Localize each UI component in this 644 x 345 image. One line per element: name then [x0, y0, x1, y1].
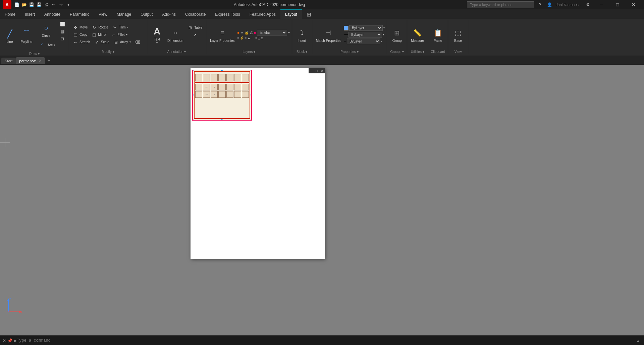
- cmd-close-icon[interactable]: ✕: [3, 338, 6, 343]
- layer-dropdown[interactable]: janelas: [257, 30, 287, 36]
- gradient-button[interactable]: ⊡: [58, 36, 67, 42]
- color-dropdown[interactable]: ByLayer: [349, 25, 383, 31]
- canvas-area[interactable]: m² n m² n: [0, 65, 644, 335]
- tab-collaborate[interactable]: Collaborate: [180, 9, 210, 19]
- rotate-button[interactable]: ↻ Rotate: [90, 24, 110, 31]
- tab-featuredapps[interactable]: Featured Apps: [245, 9, 280, 19]
- tab-insert[interactable]: Insert: [20, 9, 40, 19]
- stretch-button[interactable]: ↔ Stretch: [71, 39, 92, 46]
- tab-manage[interactable]: Manage: [112, 9, 136, 19]
- rect-button[interactable]: ⬜: [58, 21, 67, 27]
- linetype-dropdown-arrow[interactable]: ▾: [383, 33, 384, 36]
- tab-output[interactable]: Output: [136, 9, 157, 19]
- doc-tab-pormenor[interactable]: pormenor* ✕: [16, 57, 45, 64]
- dimension-button[interactable]: ↔ Dimension: [166, 24, 185, 45]
- tab-addins[interactable]: Add-ins: [157, 9, 180, 19]
- dimension-icon: ↔: [169, 27, 181, 39]
- paper-minimize-btn[interactable]: ─: [309, 68, 314, 73]
- table-button[interactable]: ⊞ Table: [186, 24, 204, 31]
- lineweight-dropdown-arrow[interactable]: ▾: [381, 40, 382, 43]
- fillet-dropdown[interactable]: ▾: [126, 33, 127, 36]
- erase-button[interactable]: ⌫: [133, 39, 142, 46]
- tab-parametric[interactable]: Parametric: [65, 9, 94, 19]
- lineweight-dropdown[interactable]: ByLayer: [347, 39, 380, 44]
- new-button[interactable]: 📄: [13, 1, 20, 8]
- new-tab-button[interactable]: +: [45, 56, 53, 64]
- base-button[interactable]: ⬚ Base: [450, 26, 466, 44]
- array-button[interactable]: ⊞ Array ▾: [112, 39, 132, 46]
- save-button[interactable]: 💾: [28, 1, 35, 8]
- command-input[interactable]: [17, 338, 635, 343]
- arc-label: Arc: [48, 43, 53, 47]
- text-dropdown[interactable]: ▾: [156, 41, 158, 44]
- cmd-controls: ✕ 📌 ▶: [3, 338, 17, 343]
- arc-button[interactable]: ◜ Arc ▾: [36, 39, 57, 51]
- open-button[interactable]: 📂: [21, 1, 28, 8]
- mleader-button[interactable]: ↗: [186, 32, 204, 39]
- copy-button[interactable]: ❑ Copy: [71, 31, 89, 38]
- viewport-handle-bl[interactable]: [192, 119, 194, 121]
- group-icon: ⊞: [391, 27, 403, 39]
- undo-button[interactable]: ↩: [50, 1, 57, 8]
- tab-expresstools[interactable]: Express Tools: [210, 9, 245, 19]
- tab-layout[interactable]: Layout: [280, 9, 302, 19]
- scale-button[interactable]: ⤢ Scale: [93, 39, 111, 46]
- redo-button[interactable]: ↪: [58, 1, 64, 8]
- match-properties-button[interactable]: ⊣ Match Properties: [314, 26, 343, 44]
- trim-button[interactable]: ✂ Trim ▾: [111, 24, 130, 31]
- drawing-viewport[interactable]: m² n m² n: [192, 70, 252, 121]
- tab-extra[interactable]: ⊞: [302, 9, 316, 19]
- layer-dropdown-arrow[interactable]: ▾: [288, 31, 290, 34]
- array-dropdown[interactable]: ▾: [129, 41, 131, 44]
- layer-panel: ■ ☀ 🔓 🖨 ■ janelas ▾ ≡ ⚡: [237, 30, 290, 40]
- qa-dropdown[interactable]: ▾: [65, 1, 72, 8]
- text-button[interactable]: A Text ▾: [149, 24, 165, 45]
- user-icon[interactable]: 👤: [546, 1, 553, 8]
- insert-button[interactable]: ⤵ Insert: [294, 26, 310, 44]
- linetype-dropdown[interactable]: ByLayer: [348, 32, 382, 38]
- tab-view[interactable]: View: [94, 9, 112, 19]
- polyline-button[interactable]: ⌒ Polyline: [19, 21, 34, 51]
- saveas-button[interactable]: 💾: [36, 1, 42, 8]
- tab-home[interactable]: Home: [0, 9, 20, 19]
- circle-icon: ○: [40, 22, 52, 34]
- close-button[interactable]: ✕: [626, 0, 641, 9]
- fillet-label: Fillet: [117, 33, 124, 37]
- signin-icon[interactable]: ⚙: [584, 1, 591, 8]
- trim-dropdown[interactable]: ▾: [127, 26, 128, 29]
- search-help-icon[interactable]: ?: [537, 1, 543, 8]
- mirror-button[interactable]: ◫ Mirror: [90, 31, 108, 38]
- doc-tab-close-button[interactable]: ✕: [39, 59, 42, 63]
- arc-dropdown-icon[interactable]: ▾: [54, 44, 55, 47]
- viewport-handle-mr[interactable]: [251, 94, 252, 96]
- move-button[interactable]: ✥ Move: [71, 24, 89, 31]
- fillet-button[interactable]: ⌐ Fillet ▾: [109, 31, 129, 38]
- measure-button[interactable]: 📏 Measure: [409, 26, 426, 44]
- tabbar: Start pormenor* ✕ +: [0, 56, 644, 65]
- hatch-button[interactable]: ▦: [58, 28, 67, 35]
- layer-properties-button[interactable]: ≡ Layer Properties: [208, 26, 236, 44]
- trim-label: Trim: [119, 25, 126, 29]
- copy-icon: ❑: [73, 32, 78, 38]
- group-button[interactable]: ⊞ Group: [389, 26, 405, 44]
- viewport-handle-tr[interactable]: [251, 70, 252, 71]
- autocad-logo[interactable]: A: [3, 0, 11, 9]
- circle-button[interactable]: ○ Circle: [36, 21, 57, 39]
- paste-button[interactable]: 📋 Paste: [430, 26, 446, 44]
- cmd-pin-icon[interactable]: 📌: [7, 338, 12, 343]
- search-input[interactable]: [467, 1, 534, 8]
- line-button[interactable]: ╱ Line: [2, 21, 17, 51]
- utilities-items: 📏 Measure: [409, 21, 426, 49]
- paper-restore-btn[interactable]: □: [314, 68, 319, 73]
- cmd-prompt-icon[interactable]: ▶: [14, 338, 17, 343]
- viewport-handle-br[interactable]: [251, 119, 252, 121]
- doc-tab-start[interactable]: Start: [1, 58, 16, 64]
- color-dropdown-arrow[interactable]: ▾: [383, 26, 385, 29]
- cmd-expand-button[interactable]: ▲: [635, 339, 641, 343]
- print-button[interactable]: 🖨: [43, 1, 50, 8]
- minimize-button[interactable]: ─: [594, 0, 609, 9]
- maximize-button[interactable]: □: [610, 0, 625, 9]
- viewport-handle-bm[interactable]: [221, 119, 223, 121]
- paper-close-btn[interactable]: ✕: [319, 68, 325, 73]
- tab-annotate[interactable]: Annotate: [40, 9, 65, 19]
